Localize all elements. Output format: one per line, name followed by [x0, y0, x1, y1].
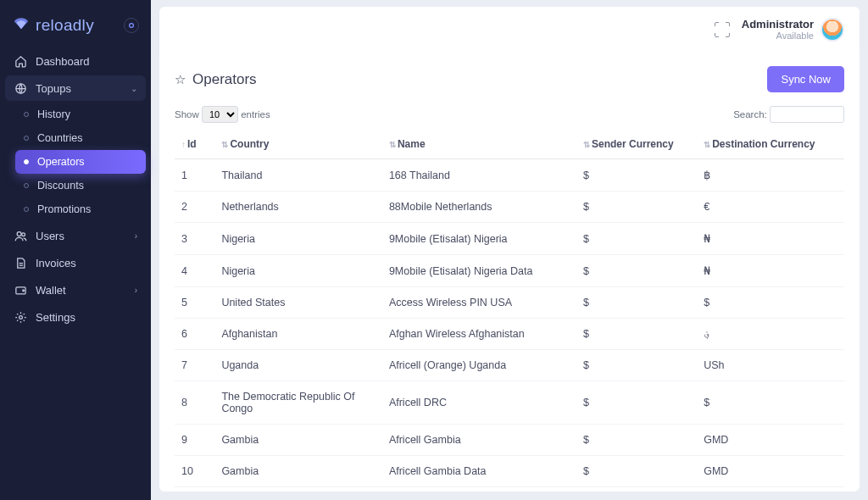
sync-now-button[interactable]: Sync Now — [767, 66, 844, 92]
table-row[interactable]: 7UgandaAfricell (Orange) Uganda$USh — [175, 350, 844, 381]
topbar: Administrator Available — [159, 7, 860, 53]
cell-dest: ฿ — [697, 159, 844, 192]
svg-point-5 — [22, 289, 24, 291]
sidebar-item-topups[interactable]: Topups ⌄ — [5, 75, 146, 101]
table-row[interactable]: 10GambiaAfricell Gambia Data$GMD — [175, 456, 844, 487]
operators-table: ↑Id ⇅Country ⇅Name ⇅Sender Currency ⇅Des… — [175, 130, 844, 492]
th-sender[interactable]: ⇅Sender Currency — [576, 130, 697, 159]
cell-name: Africell DRC — [382, 381, 576, 425]
home-icon — [14, 55, 27, 68]
brand-name: reloadly — [36, 16, 94, 35]
tf-dest: Destination Currency — [697, 487, 844, 492]
table-row[interactable]: 9GambiaAfricell Gambia$GMD — [175, 425, 844, 456]
search-input[interactable] — [770, 106, 844, 123]
th-country[interactable]: ⇅Country — [214, 130, 382, 159]
cell-country: The Democratic Republic Of Congo — [214, 381, 382, 425]
svg-point-6 — [19, 315, 22, 319]
star-icon[interactable]: ☆ — [175, 72, 186, 87]
sidebar-item-operators[interactable]: Operators — [15, 150, 146, 174]
sidebar-item-users[interactable]: Users › — [5, 223, 146, 248]
sidebar-item-label: Users — [36, 230, 64, 242]
content: ☆ Operators Sync Now Show 10 entries Sea… — [159, 53, 860, 492]
chevron-down-icon: ⌄ — [131, 84, 137, 93]
sidebar-item-label: Wallet — [36, 284, 66, 297]
table-row[interactable]: 8The Democratic Republic Of CongoAfricel… — [175, 381, 844, 425]
cell-dest: $ — [697, 381, 844, 425]
table-footer-row: Id Country Name Sender Currency Destinat… — [175, 487, 844, 492]
fullscreen-icon[interactable] — [715, 22, 730, 37]
cell-name: 9Mobile (Etisalat) Nigeria — [382, 223, 576, 255]
svg-point-3 — [21, 232, 25, 236]
document-icon — [14, 257, 27, 269]
cell-dest: GMD — [697, 425, 844, 456]
cell-country: Afghanistan — [214, 319, 382, 350]
sidebar-item-dashboard[interactable]: Dashboard — [5, 48, 146, 74]
entries-suffix: entries — [241, 109, 270, 119]
cell-sender: $ — [576, 319, 697, 350]
cell-dest: GMD — [697, 456, 844, 487]
cell-id: 7 — [175, 350, 214, 381]
page-title: ☆ Operators — [175, 71, 257, 88]
cell-id: 1 — [175, 159, 214, 192]
tf-country: Country — [214, 487, 382, 492]
sidebar-item-history[interactable]: History — [15, 103, 146, 126]
cell-name: 88Mobile Netherlands — [382, 192, 576, 223]
main: Administrator Available ☆ Operators Sync… — [151, 0, 868, 500]
cell-name: 9Mobile (Etisalat) Nigeria Data — [382, 255, 576, 287]
cell-id: 9 — [175, 425, 214, 456]
cell-sender: $ — [576, 223, 697, 255]
user-name: Administrator — [742, 19, 814, 31]
cell-id: 3 — [175, 223, 214, 255]
cell-sender: $ — [576, 425, 697, 456]
user-menu[interactable]: Administrator Available — [742, 18, 844, 42]
search-control: Search: — [733, 106, 844, 123]
cell-name: Afghan Wireless Afghanistan — [382, 319, 576, 350]
sidebar-item-settings[interactable]: Settings — [5, 304, 146, 330]
sidebar-item-invoices[interactable]: Invoices — [5, 250, 146, 275]
cell-dest: ₦ — [697, 255, 844, 287]
cell-dest: ؋ — [697, 319, 844, 350]
cell-name: Access Wireless PIN USA — [382, 287, 576, 319]
th-name[interactable]: ⇅Name — [382, 130, 576, 159]
cell-id: 8 — [175, 381, 214, 425]
bullet-icon — [24, 112, 29, 117]
sidebar-item-wallet[interactable]: Wallet › — [5, 277, 146, 303]
table-header-row: ↑Id ⇅Country ⇅Name ⇅Sender Currency ⇅Des… — [175, 130, 844, 159]
gear-icon — [14, 311, 27, 324]
entries-control: Show 10 entries — [175, 106, 270, 123]
cell-name: Africell Gambia — [382, 425, 576, 456]
cell-name: Africell Gambia Data — [382, 456, 576, 487]
table-row[interactable]: 2Netherlands88Mobile Netherlands$€ — [175, 192, 844, 223]
table-row[interactable]: 3Nigeria9Mobile (Etisalat) Nigeria$₦ — [175, 223, 844, 255]
sidebar-item-label: Settings — [36, 311, 75, 324]
sidebar-collapse-button[interactable] — [124, 18, 139, 33]
sidebar-nav: Dashboard Topups ⌄ History Countries — [0, 43, 151, 335]
sidebar-item-discounts[interactable]: Discounts — [15, 174, 146, 197]
sidebar-item-promotions[interactable]: Promotions — [15, 197, 146, 221]
sidebar-item-label: History — [37, 108, 70, 120]
cell-name: 168 Thailand — [382, 159, 576, 192]
wallet-icon — [14, 284, 27, 297]
sidebar-item-countries[interactable]: Countries — [15, 126, 146, 150]
sidebar-item-label: Invoices — [36, 257, 76, 269]
search-label: Search: — [733, 109, 767, 119]
th-id[interactable]: ↑Id — [175, 130, 214, 159]
cell-id: 2 — [175, 192, 214, 223]
bullet-icon — [24, 207, 29, 212]
cell-sender: $ — [576, 381, 697, 425]
entries-select[interactable]: 10 — [202, 106, 238, 123]
cell-dest: ₦ — [697, 223, 844, 255]
sidebar-item-label: Operators — [37, 156, 85, 168]
cell-country: United States — [214, 287, 382, 319]
table-row[interactable]: 1Thailand168 Thailand$฿ — [175, 159, 844, 192]
table-row[interactable]: 5United StatesAccess Wireless PIN USA$$ — [175, 287, 844, 319]
table-row[interactable]: 4Nigeria9Mobile (Etisalat) Nigeria Data$… — [175, 255, 844, 287]
table-row[interactable]: 6AfghanistanAfghan Wireless Afghanistan$… — [175, 319, 844, 350]
th-dest[interactable]: ⇅Destination Currency — [697, 130, 844, 159]
cell-country: Nigeria — [214, 223, 382, 255]
page-title-text: Operators — [192, 71, 257, 88]
entries-prefix: Show — [175, 109, 199, 119]
avatar — [821, 18, 844, 42]
cell-country: Thailand — [214, 159, 382, 192]
cell-sender: $ — [576, 350, 697, 381]
